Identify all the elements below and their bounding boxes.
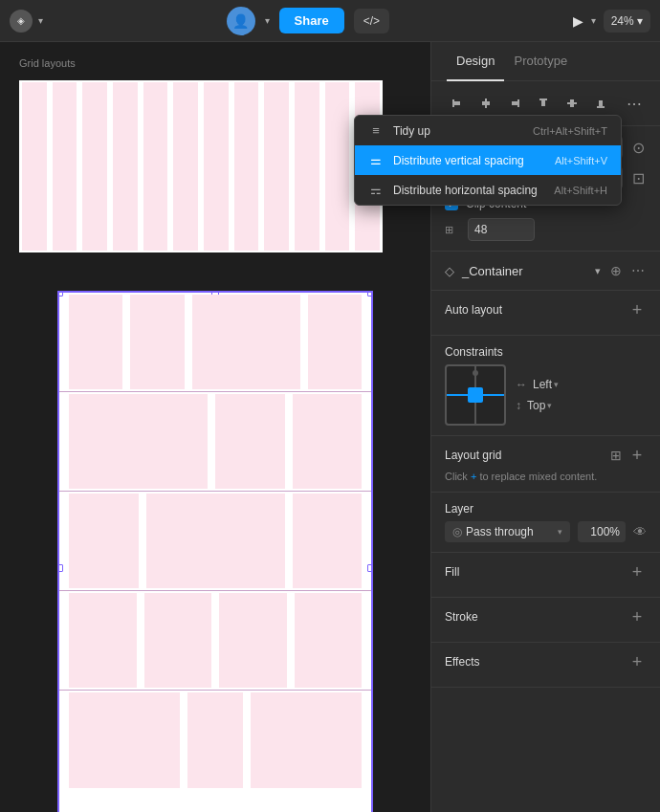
constraints-section: Constraints ↔ Left ▾ ↕ [431, 336, 660, 436]
svg-rect-11 [599, 100, 603, 106]
svg-rect-3 [482, 101, 490, 105]
align-top-button[interactable] [531, 91, 556, 116]
svg-rect-9 [570, 99, 574, 107]
constraint-left-option: ↔ Left ▾ [516, 378, 559, 391]
align-middle-v-button[interactable] [560, 91, 584, 116]
align-bottom-button[interactable] [588, 91, 613, 116]
grid-col [204, 82, 229, 251]
grid-col [325, 82, 350, 251]
play-arrow: ▾ [591, 15, 596, 26]
grid-col [295, 82, 319, 251]
align-right-button[interactable] [502, 91, 527, 116]
frame-col [130, 295, 184, 389]
frame-col [69, 494, 139, 588]
svg-rect-1 [454, 101, 460, 105]
component-target-button[interactable]: ⊕ [608, 261, 624, 280]
align-left-button[interactable] [445, 91, 470, 116]
ctx-distribute-h-label: Distribute horizontal spacing [393, 184, 544, 197]
padding-input[interactable] [468, 218, 535, 241]
component-name: _Container [462, 264, 587, 278]
topbar-arrow: ▾ [38, 15, 43, 26]
tab-prototype[interactable]: Prototype [504, 42, 577, 81]
component-dropdown-arrow[interactable]: ▾ [595, 265, 601, 277]
layoutgrid-add-button[interactable]: + [627, 446, 647, 465]
distribute-h-icon: ⚎ [368, 183, 384, 197]
tidy-up-icon: ≡ [368, 123, 384, 138]
component-actions: ⊕ ⋯ [608, 261, 647, 280]
constraint-top-dropdown[interactable]: Top ▾ [527, 399, 552, 412]
padding-icon: ⊞ [445, 224, 460, 236]
layer-mode-label: Pass through [466, 525, 554, 538]
fill-header: Fill + [445, 562, 647, 582]
frame-row-1 [59, 293, 371, 392]
svg-rect-0 [452, 99, 454, 107]
stroke-add-button[interactable]: + [627, 607, 647, 626]
constraint-top-icon: ↕ [516, 399, 521, 412]
code-button[interactable]: </> [354, 9, 389, 33]
topbar-left: ◈ ▾ [10, 10, 43, 33]
component-icon: ◇ [445, 264, 454, 278]
zoom-button[interactable]: 24% ▾ [604, 10, 650, 33]
layoutgrid-grid-icon-button[interactable]: ⊞ [608, 446, 624, 465]
frame-col [219, 593, 287, 688]
avatar-emoji: 👤 [232, 13, 249, 29]
constraint-box [445, 364, 506, 426]
frame-col-wide [251, 692, 362, 788]
grid-col [113, 82, 138, 251]
constraint-top-label: Top [527, 399, 545, 412]
zoom-arrow: ▾ [637, 14, 643, 28]
more-align-button[interactable]: ⋯ [622, 91, 647, 116]
ctx-distribute-v-label: Distribute vertical spacing [393, 154, 545, 167]
constraint-top-option: ↕ Top ▾ [516, 399, 559, 412]
constrain-proportions-button[interactable]: ⊙ [630, 137, 647, 159]
stroke-title: Stroke [445, 610, 478, 624]
frame-col-wide [69, 692, 180, 788]
tab-design[interactable]: Design [447, 42, 504, 81]
corner-options-button[interactable]: ⊡ [630, 167, 647, 189]
topbar-center: 👤 ▾ Share </> [51, 7, 565, 35]
svg-rect-6 [539, 99, 547, 100]
context-menu: ≡ Tidy up Ctrl+Alt+Shift+T ⚌ Distribute … [354, 115, 622, 206]
grid-col [53, 82, 77, 251]
align-center-h-button[interactable] [473, 91, 498, 116]
layer-mode-dropdown[interactable]: ◎ Pass through ▾ [445, 521, 570, 542]
constraint-left-arrow: ▾ [554, 380, 559, 389]
frame-col-wide [146, 494, 285, 588]
effects-section: Effects + [431, 643, 660, 688]
figma-logo[interactable]: ◈ [10, 10, 33, 33]
avatar-button[interactable]: 👤 [227, 7, 255, 35]
logo-icon: ◈ [17, 15, 25, 26]
frame-col [308, 295, 362, 389]
layer-opacity-input[interactable] [578, 521, 626, 542]
ctx-tidy-up-label: Tidy up [393, 124, 523, 138]
constraint-left-indicator [449, 394, 456, 396]
component-section: ◇ _Container ▾ ⊕ ⋯ [431, 252, 660, 291]
selected-frame[interactable]: 1260 × 2660 [57, 291, 373, 812]
grid-col [82, 82, 107, 251]
constraint-left-label: Left [533, 378, 552, 391]
ctx-distribute-vertical[interactable]: ⚌ Distribute vertical spacing Alt+Shift+… [355, 145, 621, 175]
autolayout-add-button[interactable]: + [627, 300, 647, 319]
constraint-left-icon: ↔ [516, 378, 527, 391]
frame-row-5 [59, 691, 371, 790]
avatar-dropdown-arrow[interactable]: ▾ [265, 15, 270, 26]
constraint-left-dropdown[interactable]: Left ▾ [533, 378, 559, 391]
effects-header: Effects + [445, 652, 647, 671]
play-button[interactable]: ▶ [573, 13, 583, 29]
constraint-dot-top [473, 370, 478, 376]
layer-visibility-button[interactable]: 👁 [633, 524, 647, 539]
component-more-button[interactable]: ⋯ [629, 261, 647, 280]
ctx-distribute-horizontal[interactable]: ⚎ Distribute horizontal spacing Alt+Shif… [355, 175, 621, 205]
stroke-section: Stroke + [431, 598, 660, 643]
constraint-center [468, 387, 483, 403]
layoutgrid-actions: ⊞ + [608, 446, 647, 465]
fill-add-button[interactable]: + [627, 562, 647, 582]
share-button[interactable]: Share [279, 8, 344, 33]
effects-add-button[interactable]: + [627, 652, 647, 671]
frame-row-3 [59, 492, 371, 591]
frame-row-2 [59, 392, 371, 492]
grid-col [264, 82, 289, 251]
fill-section: Fill + [431, 553, 660, 598]
ctx-tidy-up[interactable]: ≡ Tidy up Ctrl+Alt+Shift+T [355, 116, 621, 145]
autolayout-header: Auto layout + [445, 300, 647, 319]
